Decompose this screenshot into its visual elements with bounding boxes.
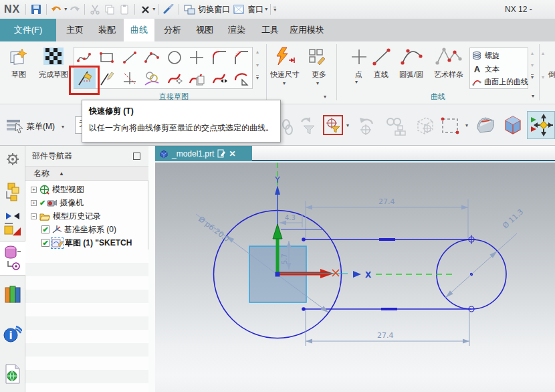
window-icon[interactable] (231, 2, 246, 17)
dim-group-dropdown[interactable]: ▾ (324, 94, 326, 100)
more-icon[interactable] (308, 48, 328, 66)
tab-analysis[interactable]: 分析 (159, 19, 186, 41)
curve-scroll-last[interactable]: ▾ (531, 74, 534, 80)
art-spline-icon[interactable] (435, 45, 464, 68)
grid-scroll-last[interactable]: ▾ (256, 75, 259, 81)
rectangle-icon[interactable] (96, 47, 118, 68)
save-icon[interactable] (29, 2, 43, 17)
tab-application[interactable]: 应用模块 (286, 19, 328, 41)
profile-icon[interactable] (74, 47, 96, 68)
sketch-button-icon[interactable] (5, 47, 32, 67)
quick-dimension-label[interactable]: 快速尺寸 (266, 70, 304, 80)
dim-top-text[interactable]: 27.4 (378, 197, 395, 206)
redo-icon[interactable] (67, 2, 82, 17)
selection-scope-dropdown[interactable]: ▾ (346, 123, 349, 128)
delete-icon[interactable] (138, 2, 152, 17)
curve-on-surface-item[interactable]: 曲面上的曲线 (472, 76, 528, 88)
tab-file[interactable]: 文件(F) (0, 19, 56, 41)
chain-icon[interactable] (281, 119, 294, 138)
make-corner-icon[interactable] (118, 68, 140, 88)
more-dropdown[interactable]: ▾ (316, 81, 319, 86)
tab-curve[interactable]: 曲线 (124, 19, 154, 41)
document-tab[interactable]: _model1.prt ✕ (155, 146, 252, 161)
curve-group-dropdown[interactable]: ▾ (532, 94, 534, 99)
collapse-icon[interactable]: − (31, 213, 37, 219)
navigator-pin-icon[interactable] (133, 153, 140, 160)
shell-tool-icon[interactable] (475, 114, 498, 139)
tree-item-model-views[interactable]: + 模型视图 (25, 183, 148, 196)
window-dropdown[interactable]: ▾ (265, 7, 267, 12)
dim-width-text[interactable]: 4.3 (285, 214, 296, 221)
checkbox-checked[interactable]: ✔ (41, 225, 49, 233)
roadmap-gear-icon[interactable] (0, 153, 25, 166)
clipped-group-label[interactable]: 倒 (547, 70, 555, 80)
switch-window-label[interactable]: 切换窗口 (198, 4, 230, 15)
quick-dimension-icon[interactable] (272, 47, 298, 67)
right-scroll-up[interactable]: ▴ (542, 51, 544, 56)
line-icon[interactable] (118, 47, 140, 68)
close-tab-icon[interactable]: ✕ (229, 149, 235, 159)
rect-select-dropdown[interactable]: ▾ (465, 123, 468, 128)
tree-item-datum-csys[interactable]: ✔ 基准坐标系 (0) (25, 223, 148, 236)
tree-item-history[interactable]: − 模型历史记录 (25, 209, 148, 223)
resize-curve-icon[interactable] (208, 68, 230, 88)
tab-home[interactable]: 主页 (62, 19, 88, 41)
sketch-viewport[interactable]: 27.4 27.4 4.3 5.7 Ø p6:20.0 Ø 11.3 Y X (155, 163, 555, 392)
offset-curve-icon[interactable] (140, 68, 162, 88)
curve-line-icon[interactable] (370, 47, 393, 67)
window-label[interactable]: 窗口 (247, 4, 263, 15)
tree-item-camera[interactable]: + ✔ 摄像机 (25, 196, 148, 209)
undo-icon[interactable] (49, 2, 64, 17)
curve-scroll-up[interactable]: ▴ (531, 51, 534, 56)
tab-tools[interactable]: 工具 (257, 19, 284, 41)
rect-select-icon[interactable] (440, 116, 461, 138)
selection-scope-icon[interactable] (323, 115, 343, 135)
dia-big-text[interactable]: Ø p6:20.0 (197, 215, 231, 243)
curve-point-dropdown[interactable]: ▾ (355, 80, 358, 85)
undo-crosshair-icon[interactable] (356, 115, 378, 139)
menu-dropdown[interactable]: ▾ (62, 124, 64, 130)
copy-icon[interactable] (102, 2, 117, 17)
bounding-box-icon[interactable] (413, 115, 435, 139)
text-item[interactable]: A文本 (472, 63, 526, 75)
part-navigator-icon[interactable] (0, 245, 25, 270)
curve-point-label[interactable]: 点 (350, 70, 366, 80)
curve-scroll-down[interactable]: ▾ (531, 63, 534, 68)
dim-bottom-text[interactable]: 27.4 (377, 331, 394, 340)
tab-assembly[interactable]: 装配 (94, 19, 120, 41)
menu-button[interactable]: 菜单(M) (27, 121, 55, 132)
paste-icon[interactable] (117, 2, 132, 17)
find-component-icon[interactable] (384, 116, 406, 139)
sort-ascending-icon[interactable]: ▲ (59, 171, 64, 177)
curve-point-icon[interactable] (350, 48, 368, 66)
web-document-icon[interactable] (0, 364, 25, 384)
tab-view[interactable]: 视图 (191, 19, 218, 41)
delete-dropdown[interactable]: ▾ (152, 7, 155, 12)
chamfer-icon[interactable] (230, 47, 252, 68)
grid-scroll-up[interactable]: ▴ (256, 50, 259, 55)
quick-access-customize[interactable]: ▾ (273, 7, 276, 13)
tree-item-sketch[interactable]: ✔ 草图 (1) "SKETCH (25, 236, 148, 250)
solid-cube-icon[interactable] (503, 114, 523, 139)
checkbox-checked[interactable]: ✔ (41, 239, 49, 247)
finish-sketch-icon[interactable] (39, 45, 68, 67)
art-spline-label[interactable]: 艺术样条 (431, 70, 467, 80)
internal-help-icon[interactable]: i (0, 325, 25, 344)
constraint-navigator-icon[interactable] (0, 211, 25, 241)
offset-move-curve-icon[interactable] (185, 68, 207, 88)
move-curve-icon[interactable] (163, 68, 185, 88)
grid-scroll-down[interactable]: ▾ (256, 63, 259, 68)
navigator-column-name[interactable]: 名称 (33, 168, 49, 179)
tab-render[interactable]: 渲染 (223, 19, 250, 41)
cut-icon[interactable] (88, 2, 102, 17)
switch-window-icon[interactable] (182, 2, 197, 17)
delete-curve-icon[interactable] (230, 68, 252, 88)
move-component-icon[interactable] (527, 111, 555, 139)
assembly-navigator-icon[interactable] (0, 182, 25, 202)
finish-sketch-label[interactable]: 完成草图 (33, 70, 74, 80)
curve-arc-icon[interactable] (399, 47, 424, 67)
point-icon[interactable] (185, 47, 207, 68)
more-label[interactable]: 更多 (304, 70, 334, 80)
circle-icon[interactable] (163, 47, 185, 68)
helix-item[interactable]: 螺旋 (472, 50, 526, 62)
